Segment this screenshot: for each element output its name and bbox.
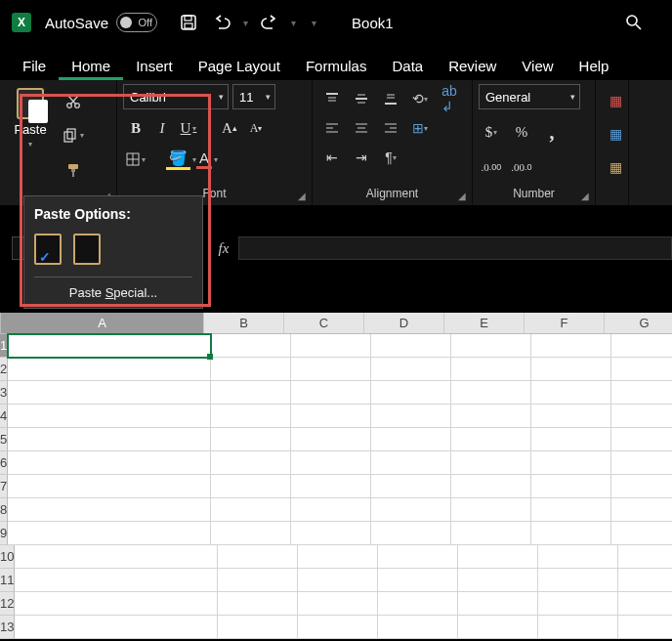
row-header[interactable]: 8 bbox=[0, 498, 8, 522]
number-dialog-launcher[interactable]: ◢ bbox=[581, 191, 589, 201]
cell[interactable] bbox=[291, 358, 371, 381]
cell[interactable] bbox=[371, 451, 451, 475]
cell[interactable] bbox=[15, 592, 218, 616]
cell[interactable] bbox=[538, 592, 618, 616]
increase-indent-button[interactable]: ⇥ bbox=[348, 145, 375, 170]
tab-help[interactable]: Help bbox=[567, 50, 622, 80]
row-header[interactable]: 10 bbox=[0, 545, 15, 569]
cell[interactable] bbox=[531, 451, 611, 475]
col-header-G[interactable]: G bbox=[605, 313, 672, 334]
align-bottom-button[interactable] bbox=[377, 86, 404, 111]
underline-button[interactable]: U▾ bbox=[176, 115, 201, 141]
row-header[interactable]: 11 bbox=[0, 569, 15, 592]
cell[interactable] bbox=[611, 475, 672, 498]
font-color-button[interactable]: A▾ bbox=[194, 147, 220, 172]
col-header-A[interactable]: A bbox=[1, 313, 204, 334]
cell[interactable] bbox=[378, 616, 458, 639]
cell[interactable] bbox=[538, 545, 618, 569]
row-header[interactable]: 5 bbox=[0, 428, 8, 451]
paste-button[interactable]: Paste ▾ bbox=[6, 84, 55, 184]
cell[interactable] bbox=[531, 522, 611, 545]
cell[interactable] bbox=[298, 569, 378, 592]
paste-special-menu-item[interactable]: Paste Special... bbox=[34, 277, 192, 300]
cell[interactable] bbox=[371, 405, 451, 428]
cell[interactable] bbox=[611, 334, 672, 358]
decrease-decimal-button[interactable]: .00.0 bbox=[509, 154, 534, 180]
cell[interactable] bbox=[15, 569, 218, 592]
align-left-button[interactable] bbox=[318, 115, 346, 141]
cell[interactable] bbox=[211, 334, 291, 358]
comma-format-button[interactable]: , bbox=[539, 119, 565, 145]
cell[interactable] bbox=[451, 381, 531, 405]
cell[interactable] bbox=[451, 475, 531, 498]
paste-dropdown-icon[interactable]: ▾ bbox=[28, 140, 32, 149]
cell[interactable] bbox=[371, 381, 451, 405]
worksheet-grid[interactable]: A B C D E F G 12345678910111213 bbox=[0, 313, 672, 639]
row-header[interactable]: 1 bbox=[0, 334, 8, 358]
undo-button[interactable] bbox=[210, 11, 233, 34]
col-header-F[interactable]: F bbox=[525, 313, 605, 334]
cell[interactable] bbox=[371, 475, 451, 498]
cell[interactable] bbox=[8, 498, 211, 522]
cell[interactable] bbox=[371, 358, 451, 381]
cell[interactable] bbox=[211, 428, 291, 451]
row-header[interactable]: 9 bbox=[0, 522, 8, 545]
cell[interactable] bbox=[8, 381, 211, 405]
row-header[interactable]: 13 bbox=[0, 616, 15, 639]
cell[interactable] bbox=[531, 358, 611, 381]
cell-styles-button[interactable]: ▦ bbox=[602, 154, 629, 180]
cell[interactable] bbox=[458, 545, 538, 569]
cell[interactable] bbox=[8, 405, 211, 428]
wrap-text-button[interactable]: ab↲ bbox=[436, 86, 463, 111]
cell[interactable] bbox=[8, 475, 211, 498]
decrease-font-button[interactable]: A▾ bbox=[243, 115, 269, 141]
cell[interactable] bbox=[298, 616, 378, 639]
cell[interactable] bbox=[531, 498, 611, 522]
col-header-D[interactable]: D bbox=[364, 313, 444, 334]
align-right-button[interactable] bbox=[377, 115, 404, 141]
cell[interactable] bbox=[218, 545, 298, 569]
col-header-C[interactable]: C bbox=[284, 313, 364, 334]
cell[interactable] bbox=[611, 522, 672, 545]
cell[interactable] bbox=[618, 592, 672, 616]
cell[interactable] bbox=[211, 475, 291, 498]
font-dialog-launcher[interactable]: ◢ bbox=[298, 191, 306, 201]
tab-view[interactable]: View bbox=[509, 50, 566, 80]
percent-format-button[interactable]: % bbox=[509, 119, 534, 145]
cell[interactable] bbox=[371, 334, 451, 358]
cell[interactable] bbox=[538, 616, 618, 639]
cell[interactable] bbox=[531, 428, 611, 451]
cell[interactable] bbox=[8, 428, 211, 451]
cell[interactable] bbox=[211, 405, 291, 428]
cell[interactable] bbox=[8, 451, 211, 475]
merge-button[interactable]: ⊞▾ bbox=[406, 115, 434, 141]
formula-bar[interactable] bbox=[238, 236, 672, 260]
fill-color-button[interactable]: 🪣▾ bbox=[168, 147, 193, 172]
row-header[interactable]: 3 bbox=[0, 381, 8, 405]
cell[interactable] bbox=[451, 358, 531, 381]
cell[interactable] bbox=[291, 498, 371, 522]
tab-home[interactable]: Home bbox=[59, 50, 123, 80]
cell[interactable] bbox=[458, 569, 538, 592]
tab-review[interactable]: Review bbox=[436, 50, 509, 80]
undo-dropdown[interactable]: ▾ bbox=[243, 18, 248, 28]
col-header-B[interactable]: B bbox=[204, 313, 284, 334]
cell[interactable] bbox=[531, 381, 611, 405]
align-center-button[interactable] bbox=[348, 115, 375, 141]
tab-page-layout[interactable]: Page Layout bbox=[186, 50, 293, 80]
cell[interactable] bbox=[371, 498, 451, 522]
cell[interactable] bbox=[458, 616, 538, 639]
autosave-control[interactable]: AutoSave Off bbox=[45, 13, 157, 32]
cell[interactable] bbox=[611, 358, 672, 381]
cell[interactable] bbox=[618, 545, 672, 569]
cell[interactable] bbox=[291, 381, 371, 405]
align-top-button[interactable] bbox=[318, 86, 346, 111]
cell[interactable] bbox=[371, 522, 451, 545]
cell[interactable] bbox=[378, 545, 458, 569]
redo-dropdown[interactable]: ▾ bbox=[291, 18, 296, 28]
cell[interactable] bbox=[291, 334, 371, 358]
cell[interactable] bbox=[451, 522, 531, 545]
cell[interactable] bbox=[211, 381, 291, 405]
cell[interactable] bbox=[298, 545, 378, 569]
orientation-button[interactable]: ⟲▾ bbox=[406, 86, 434, 111]
